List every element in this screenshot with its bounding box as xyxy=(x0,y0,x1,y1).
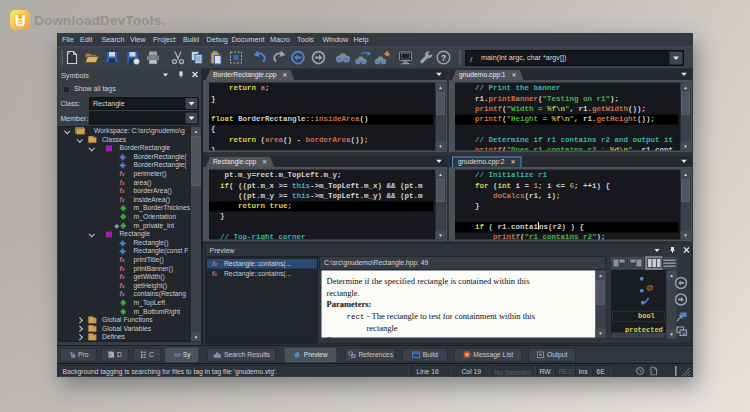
svg-text:f: f xyxy=(470,55,473,63)
svg-text:?: ? xyxy=(441,53,446,63)
